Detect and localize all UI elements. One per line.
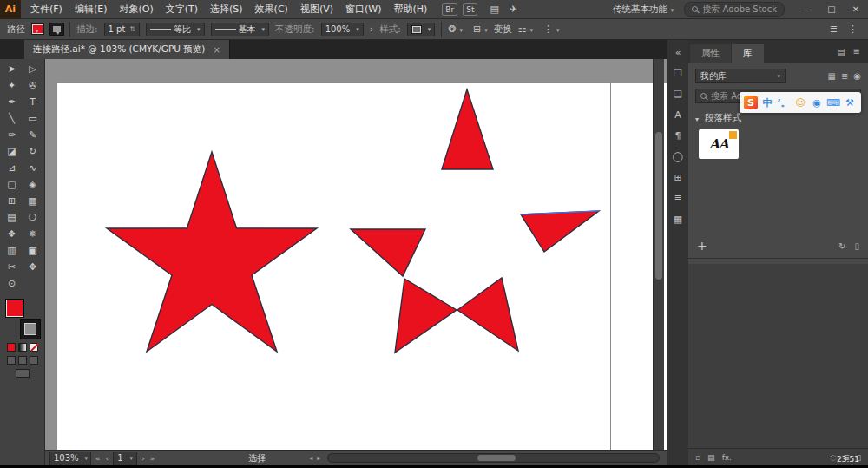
- emoji-icon[interactable]: ☺: [793, 96, 807, 109]
- broken-star-left-point[interactable]: [351, 229, 425, 276]
- broken-star-top-point[interactable]: [442, 89, 493, 169]
- paintbrush-tool[interactable]: ✑: [2, 127, 23, 143]
- grid-view-icon[interactable]: ▦: [827, 71, 835, 81]
- mic-icon[interactable]: ◉: [810, 96, 824, 109]
- artboard[interactable]: [57, 83, 610, 450]
- transform-icon[interactable]: ▦: [674, 214, 682, 225]
- screen-mode-button[interactable]: [16, 369, 30, 378]
- eyedropper-tool[interactable]: ❍: [23, 209, 43, 226]
- rotate-tool[interactable]: ↻: [23, 143, 43, 160]
- zoom-tool[interactable]: ⊙: [2, 275, 23, 292]
- fill-indicator-swatch[interactable]: [5, 299, 24, 318]
- draw-behind-button[interactable]: [18, 356, 27, 365]
- eraser-tool[interactable]: ◪: [2, 143, 23, 160]
- broken-star-bottom-left-point[interactable]: [395, 279, 457, 353]
- export-icon[interactable]: ❐: [674, 68, 682, 79]
- gradient-button[interactable]: [18, 343, 27, 352]
- isolate-icon[interactable]: ⚏: [518, 23, 533, 35]
- fx-icon[interactable]: fx.: [722, 453, 732, 462]
- align-objects-icon[interactable]: ⊞: [473, 23, 488, 35]
- cc-sync-icon[interactable]: ◉: [853, 71, 861, 81]
- symbols-icon[interactable]: ⊞: [674, 172, 681, 183]
- slice-tool[interactable]: ✂: [2, 259, 23, 275]
- pen-tool[interactable]: ✒: [2, 94, 23, 110]
- color-button[interactable]: [7, 343, 16, 352]
- next-artboard-button[interactable]: ›: [141, 454, 145, 463]
- library-select[interactable]: 我的库: [695, 69, 786, 83]
- vertical-scroll-thumb[interactable]: [655, 132, 662, 280]
- style-select[interactable]: [407, 23, 436, 36]
- menu-item[interactable]: 对象(O): [113, 0, 159, 19]
- maximize-button[interactable]: □: [819, 0, 844, 19]
- punctuation-icon[interactable]: ’。: [777, 96, 791, 109]
- character-icon[interactable]: A: [674, 109, 681, 121]
- none-button[interactable]: [30, 343, 38, 352]
- width-profile-select[interactable]: 等比: [146, 23, 205, 36]
- horizontal-scroll-thumb[interactable]: [477, 455, 516, 461]
- tab-close-icon[interactable]: ×: [213, 45, 220, 55]
- gradient-tool[interactable]: ▤: [2, 209, 23, 226]
- list-view-icon[interactable]: ≣: [841, 71, 848, 81]
- hand-tool[interactable]: ✥: [23, 259, 43, 275]
- stock-badge[interactable]: St: [463, 3, 477, 16]
- free-transform-tool[interactable]: ▢: [2, 176, 23, 193]
- magic-wand-tool[interactable]: ✦: [2, 77, 23, 94]
- mesh-tool[interactable]: ▦: [23, 193, 43, 209]
- type-tool[interactable]: T: [23, 94, 43, 110]
- menu-item[interactable]: 效果(C): [249, 0, 294, 19]
- fill-color-swatch[interactable]: [31, 23, 44, 35]
- keyboard-icon[interactable]: ⌨: [826, 96, 840, 109]
- first-artboard-button[interactable]: «: [95, 454, 101, 463]
- stroke-color-swatch[interactable]: [50, 23, 63, 35]
- close-button[interactable]: ✕: [844, 0, 868, 19]
- tab-libraries[interactable]: 库: [732, 44, 764, 63]
- shape-builder-tool[interactable]: ◈: [23, 176, 43, 193]
- draw-normal-button[interactable]: [7, 356, 16, 365]
- artboard-tool[interactable]: ▣: [23, 242, 43, 259]
- new-stroke-icon[interactable]: ▫: [695, 453, 700, 462]
- symbol-sprayer-tool[interactable]: ✵: [23, 226, 43, 242]
- stock-search[interactable]: 搜索 Adobe Stock: [684, 2, 785, 17]
- clear-appearance-icon[interactable]: ◌: [830, 453, 837, 462]
- artboard-number-select[interactable]: 1: [113, 452, 137, 465]
- menu-item[interactable]: 帮助(H): [387, 0, 433, 19]
- whole-star[interactable]: [107, 152, 317, 352]
- zoom-select[interactable]: 103%: [49, 452, 91, 465]
- share-icon[interactable]: ✈: [510, 3, 517, 15]
- lasso-tool[interactable]: ✇: [23, 77, 43, 94]
- pencil-tool[interactable]: ✎: [23, 127, 43, 143]
- prev-artboard-button[interactable]: ‹: [106, 454, 109, 463]
- align-icon[interactable]: ≣: [674, 193, 681, 204]
- sogou-logo[interactable]: S: [744, 96, 758, 109]
- collapse-control-icon[interactable]: ≣: [830, 23, 838, 35]
- styles-icon[interactable]: ▤: [707, 453, 715, 462]
- column-graph-tool[interactable]: ▥: [2, 242, 23, 259]
- paragraph-icon[interactable]: ¶: [675, 130, 681, 142]
- appearance-icon[interactable]: ◯: [673, 151, 683, 162]
- direct-selection-tool[interactable]: ▷: [23, 61, 43, 77]
- opacity-select[interactable]: 100%: [321, 23, 364, 36]
- workspace-switcher[interactable]: 传统基本功能: [613, 3, 674, 16]
- blend-tool[interactable]: ❖: [2, 226, 23, 242]
- control-menu-icon[interactable]: ⋮: [848, 23, 858, 35]
- arrange-documents-icon[interactable]: ▤: [490, 3, 498, 15]
- document-tab[interactable]: 连接路径.ai* @ 103% (CMYK/GPU 预览) ×: [24, 40, 230, 59]
- status-flyout-right-icon[interactable]: ▸: [317, 454, 320, 462]
- add-content-button[interactable]: +: [697, 241, 707, 251]
- delete-library-item-icon[interactable]: ▯: [854, 241, 859, 251]
- chinese-mode-icon[interactable]: 中: [760, 96, 774, 109]
- brush-select[interactable]: 基本: [211, 23, 270, 36]
- line-segment-tool[interactable]: ╲: [2, 110, 23, 127]
- stroke-indicator-swatch[interactable]: [21, 320, 40, 339]
- perspective-grid-tool[interactable]: ⊞: [2, 193, 23, 209]
- menu-item[interactable]: 编辑(E): [69, 0, 114, 19]
- paragraph-style-item[interactable]: AA: [699, 129, 739, 159]
- broken-star-right-point[interactable]: [521, 211, 599, 252]
- stroke-weight-stepper[interactable]: 1 pt: [104, 23, 141, 36]
- menu-item[interactable]: 文字(T): [160, 0, 204, 19]
- transform-label[interactable]: 变换: [494, 23, 512, 36]
- opacity-flyout-icon[interactable]: ›: [370, 23, 373, 35]
- broken-star-bottom-right-point[interactable]: [457, 278, 518, 351]
- rectangle-tool[interactable]: ▭: [23, 110, 43, 127]
- more-options-icon[interactable]: ⋮: [543, 23, 560, 35]
